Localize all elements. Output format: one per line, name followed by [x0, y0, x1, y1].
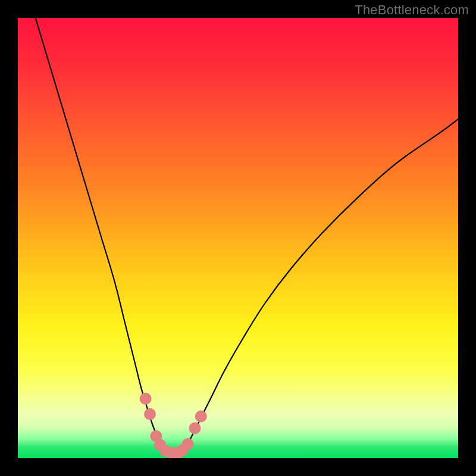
marker-group: [140, 393, 207, 458]
plot-area: [18, 18, 458, 458]
marker-dot: [189, 422, 201, 434]
chart-frame: TheBottleneck.com: [0, 0, 476, 476]
watermark-text: TheBottleneck.com: [355, 2, 469, 18]
marker-dot: [144, 408, 156, 420]
curve-layer: [18, 18, 458, 458]
marker-dot: [140, 393, 152, 405]
marker-dot: [195, 411, 207, 422]
left-branch-curve: [36, 18, 164, 449]
right-branch-curve: [185, 119, 458, 449]
marker-dot: [182, 438, 194, 450]
